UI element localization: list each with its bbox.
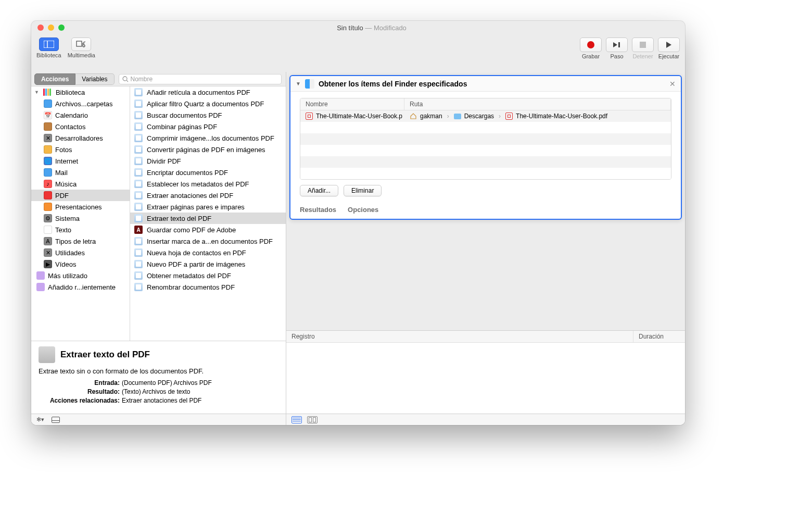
category-sidebar[interactable]: BibliotecaArchivos...carpetas📅Calendario… — [31, 86, 130, 341]
action-label: Dividir PDF — [147, 157, 181, 165]
action-list-item[interactable]: Buscar documentos PDF — [130, 109, 286, 121]
minimize-window-button[interactable] — [48, 24, 54, 31]
action-list-item[interactable]: Insertar marca de a...en documentos PDF — [130, 235, 286, 247]
action-list-item[interactable]: Comprimir imágene...los documentos PDF — [130, 132, 286, 144]
action-list-item[interactable]: Guardar como PDF de Adobe — [130, 224, 286, 235]
action-icon — [134, 283, 143, 291]
table-row[interactable]: The-Ultimate-Mac-User-Book.p gakman › De… — [300, 110, 671, 122]
sidebar-item[interactable]: Mail — [31, 167, 130, 178]
sidebar-item[interactable]: 📅Calendario — [31, 109, 130, 121]
action-list-item[interactable]: Obtener metadatos del PDF — [130, 270, 286, 281]
action-list-item[interactable]: Dividir PDF — [130, 155, 286, 167]
sidebar-item[interactable]: 🌐Internet — [31, 155, 130, 167]
action-list-item[interactable]: Establecer los metadatos del PDF — [130, 178, 286, 190]
action-list-item[interactable]: Encriptar documentos PDF — [130, 167, 286, 178]
window-title: Sin título — Modificado — [65, 24, 679, 32]
toolbar-run[interactable]: Ejecutar — [658, 38, 680, 59]
sidebar-item[interactable]: ✕Desarrolladores — [31, 132, 130, 144]
cell-path: gakman › Descargas › The-Ultimate-Mac-Us… — [404, 113, 671, 120]
action-icon — [134, 203, 143, 211]
sidebar-item-label: Utilidades — [55, 249, 85, 257]
action-list-item[interactable]: Nuevo PDF a partir de imágenes — [130, 258, 286, 270]
col-path[interactable]: Ruta — [404, 98, 671, 110]
table-body: The-Ultimate-Mac-User-Book.p gakman › De… — [300, 110, 671, 179]
toolbar-library[interactable]: Biblioteca — [36, 38, 61, 58]
toolbar-media[interactable]: Multimedia — [68, 38, 95, 58]
crumb-user: gakman — [420, 113, 442, 120]
media-label: Multimedia — [68, 52, 95, 58]
description-title: Extraer texto del PDF — [60, 350, 150, 360]
toolbar-record[interactable]: Grabar — [580, 38, 602, 59]
library-icon — [43, 89, 53, 96]
action-list-item[interactable]: Convertir páginas de PDF en imágenes — [130, 144, 286, 155]
toolbar-step[interactable]: Paso — [606, 38, 628, 59]
action-list-item[interactable]: Extraer páginas pares e impares — [130, 201, 286, 213]
sidebar-item[interactable]: ATipos de letra — [31, 235, 130, 247]
description-value: Extraer anotaciones del PDF — [122, 397, 201, 404]
remove-action-button[interactable]: ✕ — [669, 80, 676, 88]
table-row — [300, 133, 671, 145]
sidebar-item[interactable]: Contactos — [31, 121, 130, 132]
action-list-item[interactable]: Aplicar filtro Quartz a documentos PDF — [130, 98, 286, 109]
search-field[interactable]: Nombre — [119, 74, 282, 84]
remove-button[interactable]: Eliminar — [344, 185, 382, 196]
action-label: Obtener metadatos del PDF — [147, 272, 231, 280]
card-options-tab[interactable]: Opciones — [348, 206, 378, 214]
action-list-item[interactable]: Combinar páginas PDF — [130, 121, 286, 132]
sidebar-item[interactable]: ✕Utilidades — [31, 247, 130, 258]
tab-variables[interactable]: Variables — [75, 73, 114, 85]
actions-list[interactable]: Añadir retícula a documentos PDFAplicar … — [130, 86, 286, 341]
run-button[interactable] — [658, 38, 680, 52]
action-list-item[interactable]: Nueva hoja de contactos en PDF — [130, 247, 286, 258]
workflow-area[interactable]: ▼ Obtener los ítems del Finder especific… — [286, 72, 685, 330]
sidebar-item[interactable]: Texto — [31, 224, 130, 235]
zoom-window-button[interactable] — [58, 24, 65, 31]
right-column: ▼ Obtener los ítems del Finder especific… — [286, 72, 685, 425]
sidebar-item[interactable]: ♪Música — [31, 178, 130, 190]
col-name[interactable]: Nombre — [300, 98, 404, 110]
sidebar-item[interactable]: Presentaciones — [31, 201, 130, 213]
media-button[interactable] — [71, 38, 91, 51]
category-icon: 📅 — [44, 111, 52, 119]
add-button[interactable]: Añadir... — [300, 185, 338, 196]
action-label: Añadir retícula a documentos PDF — [147, 89, 250, 96]
library-toggle-button[interactable] — [39, 38, 59, 51]
close-window-button[interactable] — [37, 24, 44, 31]
action-label: Insertar marca de a...en documentos PDF — [147, 238, 273, 245]
sidebar-item[interactable]: Fotos — [31, 144, 130, 155]
sidebar-smart-item[interactable]: Añadido r...ientemente — [31, 281, 130, 293]
gear-menu-icon[interactable]: ✻▾ — [36, 416, 44, 423]
action-list-item[interactable]: Extraer texto del PDF — [130, 213, 286, 224]
sidebar-header[interactable]: Biblioteca — [31, 86, 130, 98]
action-list-item[interactable]: Renombrar documentos PDF — [130, 281, 286, 293]
sidebar-item[interactable]: ⚙︎Sistema — [31, 213, 130, 224]
step-button[interactable] — [606, 38, 628, 52]
category-icon — [44, 191, 52, 199]
window-modified-suffix: — Modificado — [363, 24, 407, 32]
log-col-register[interactable]: Registro — [286, 331, 633, 342]
action-list-item[interactable]: Extraer anotaciones del PDF — [130, 190, 286, 201]
record-button[interactable] — [580, 38, 602, 52]
sidebar-item[interactable]: Archivos...carpetas — [31, 98, 130, 109]
tab-actions[interactable]: Acciones — [34, 73, 75, 85]
sidebar-item-label: Archivos...carpetas — [55, 100, 113, 108]
action-label: Nueva hoja de contactos en PDF — [147, 249, 246, 257]
list-view-toggle[interactable] — [291, 416, 302, 423]
card-results-tab[interactable]: Resultados — [300, 206, 336, 214]
home-icon — [410, 113, 417, 120]
description-toggle-icon[interactable] — [52, 417, 60, 423]
table-header: Nombre Ruta — [300, 98, 671, 110]
description-row: Entrada: (Documento PDF) Archivos PDF — [39, 379, 278, 386]
sidebar-item[interactable]: ▶Vídeos — [31, 258, 130, 270]
action-icon — [134, 237, 143, 245]
finder-icon — [305, 79, 314, 89]
disclosure-triangle-icon[interactable]: ▼ — [296, 81, 301, 86]
grid-view-toggle[interactable] — [307, 416, 318, 423]
sidebar-item[interactable]: PDF — [31, 190, 130, 201]
titlebar: Sin título — Modificado — [31, 21, 685, 34]
log-col-duration[interactable]: Duración — [633, 331, 685, 342]
sidebar-item-label: Más utilizado — [48, 272, 87, 280]
sidebar-smart-item[interactable]: Más utilizado — [31, 270, 130, 281]
action-list-item[interactable]: Añadir retícula a documentos PDF — [130, 86, 286, 98]
window-title-text: Sin título — [337, 24, 363, 32]
